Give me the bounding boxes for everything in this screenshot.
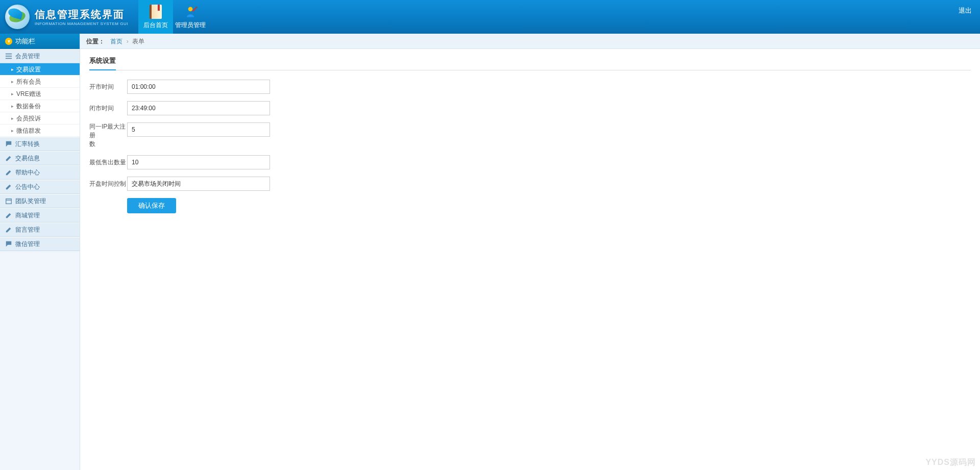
breadcrumb-home[interactable]: 首页 bbox=[110, 38, 122, 45]
chat-icon bbox=[5, 140, 12, 147]
submit-button[interactable]: 确认保存 bbox=[127, 198, 176, 213]
logo-icon bbox=[5, 5, 30, 29]
sidebar-section-exchange[interactable]: 汇率转换 bbox=[0, 137, 80, 151]
breadcrumb-sep: › bbox=[127, 38, 129, 45]
app-title: 信息管理系统界面 bbox=[35, 8, 128, 21]
book-icon bbox=[148, 4, 163, 19]
breadcrumb-current: 表单 bbox=[132, 38, 144, 45]
svg-rect-2 bbox=[6, 56, 12, 57]
chevron-down-icon: ▾ bbox=[5, 38, 12, 45]
nav-admin[interactable]: 管理员管理 bbox=[173, 0, 208, 34]
sidebar-header: ▾ 功能栏 bbox=[0, 34, 80, 49]
sidebar-section-team[interactable]: 团队奖管理 bbox=[0, 194, 80, 208]
nav-home-label: 后台首页 bbox=[143, 21, 168, 30]
label-close-time: 闭市时间 bbox=[89, 103, 127, 113]
sidebar-item-backup[interactable]: 数据备份 bbox=[0, 100, 80, 112]
panel-divider bbox=[89, 70, 971, 70]
sidebar-item-trade-setting[interactable]: 交易设置 bbox=[0, 63, 80, 76]
label-open-ctrl: 开盘时间控制 bbox=[89, 179, 127, 189]
sidebar-item-all-members[interactable]: 所有会员 bbox=[0, 76, 80, 88]
nav-home[interactable]: 后台首页 bbox=[138, 0, 173, 34]
top-nav: 后台首页 管理员管理 bbox=[138, 0, 208, 34]
sidebar-section-member[interactable]: 会员管理 bbox=[0, 49, 80, 63]
input-close-time[interactable] bbox=[127, 101, 270, 115]
chat-icon bbox=[5, 240, 12, 248]
edit-icon bbox=[5, 212, 12, 219]
edit-icon bbox=[5, 183, 12, 190]
edit-icon bbox=[5, 169, 12, 176]
sidebar-item-complaint[interactable]: 会员投诉 bbox=[0, 112, 80, 125]
sidebar-item-vre[interactable]: VRE赠送 bbox=[0, 88, 80, 100]
breadcrumb: 位置： 首页 › 表单 bbox=[80, 34, 980, 49]
sidebar-item-wechat-mass[interactable]: 微信群发 bbox=[0, 125, 80, 137]
header: 信息管理系统界面 INFORMATION MANAGEMENT SYSTEM G… bbox=[0, 0, 980, 34]
sidebar-section-help[interactable]: 帮助中心 bbox=[0, 165, 80, 180]
logout-link[interactable]: 退出 bbox=[959, 6, 972, 15]
input-max-ip[interactable] bbox=[127, 122, 270, 137]
input-min-sell[interactable] bbox=[127, 155, 270, 169]
sidebar-section-trade-info[interactable]: 交易信息 bbox=[0, 151, 80, 165]
sidebar: ▾ 功能栏 会员管理 交易设置 所有会员 VRE赠送 数据备份 会员投诉 微信群… bbox=[0, 34, 80, 470]
edit-icon bbox=[5, 155, 12, 162]
breadcrumb-label: 位置： bbox=[86, 38, 105, 45]
svg-rect-4 bbox=[6, 199, 12, 204]
app-subtitle: INFORMATION MANAGEMENT SYSTEM GUI bbox=[35, 21, 128, 26]
sidebar-section-notice[interactable]: 公告中心 bbox=[0, 180, 80, 194]
list-icon bbox=[5, 53, 12, 60]
panel-title: 系统设置 bbox=[89, 56, 116, 70]
input-open-time[interactable] bbox=[127, 80, 270, 94]
nav-admin-label: 管理员管理 bbox=[175, 21, 206, 30]
edit-icon bbox=[5, 226, 12, 233]
sidebar-section-mall[interactable]: 商城管理 bbox=[0, 208, 80, 222]
panel: 系统设置 开市时间 闭市时间 同一IP最大注册 数 最低售出数量 bbox=[80, 49, 980, 220]
calendar-icon bbox=[5, 197, 12, 205]
admin-icon bbox=[183, 4, 198, 19]
sidebar-section-message[interactable]: 留言管理 bbox=[0, 222, 80, 237]
sidebar-header-label: 功能栏 bbox=[15, 34, 35, 49]
label-max-ip: 同一IP最大注册 数 bbox=[89, 122, 127, 148]
svg-rect-3 bbox=[6, 58, 12, 59]
logo-area: 信息管理系统界面 INFORMATION MANAGEMENT SYSTEM G… bbox=[0, 0, 133, 34]
svg-rect-1 bbox=[6, 54, 12, 55]
input-open-ctrl[interactable] bbox=[127, 177, 270, 191]
sidebar-section-wechat[interactable]: 微信管理 bbox=[0, 237, 80, 251]
label-open-time: 开市时间 bbox=[89, 82, 127, 92]
sidebar-section-label: 会员管理 bbox=[15, 49, 40, 63]
label-min-sell: 最低售出数量 bbox=[89, 157, 127, 167]
svg-point-0 bbox=[188, 7, 193, 11]
main: 位置： 首页 › 表单 系统设置 开市时间 闭市时间 同一IP最大注册 数 bbox=[80, 34, 980, 470]
